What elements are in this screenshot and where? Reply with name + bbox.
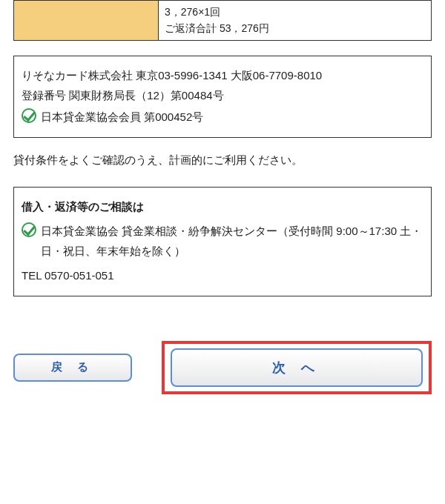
back-button[interactable]: 戻 る <box>13 354 132 382</box>
loan-notice: 貸付条件をよくご確認のうえ、計画的にご利用ください。 <box>13 151 432 169</box>
next-button[interactable]: 次 へ <box>171 348 423 387</box>
consult-body-line: 日本貸金業協会 貸金業相談・紛争解決センター（受付時間 9:00～17:30 土… <box>22 221 423 261</box>
consult-title: 借入・返済等のご相談は <box>22 196 423 216</box>
button-row: 戻 る 次 へ <box>13 341 432 400</box>
company-info-block: りそなカード株式会社 東京03-5996-1341 大阪06-7709-8010… <box>13 56 432 138</box>
association-mark-icon <box>22 108 36 123</box>
company-member-line: 日本貸金業協会会員 第000452号 <box>22 107 423 127</box>
company-member-text: 日本貸金業協会会員 第000452号 <box>41 107 203 127</box>
association-mark-icon <box>22 222 36 237</box>
company-registration: 登録番号 関東財務局長（12）第00484号 <box>22 85 423 105</box>
next-button-highlight: 次 へ <box>162 341 432 394</box>
summary-table: 3，276×1回 ご返済合計 53，276円 <box>13 0 432 41</box>
consult-tel: TEL 0570-051-051 <box>22 265 423 285</box>
summary-line2: ご返済合計 53，276円 <box>165 20 425 36</box>
company-name-phone: りそなカード株式会社 東京03-5996-1341 大阪06-7709-8010 <box>22 65 423 85</box>
summary-line1: 3，276×1回 <box>165 4 425 20</box>
consult-block: 借入・返済等のご相談は 日本貸金業協会 貸金業相談・紛争解決センター（受付時間 … <box>13 187 432 296</box>
summary-value-cell: 3，276×1回 ご返済合計 53，276円 <box>159 1 432 41</box>
consult-body-text: 日本貸金業協会 貸金業相談・紛争解決センター（受付時間 9:00～17:30 土… <box>41 221 423 261</box>
summary-label-cell <box>14 1 159 41</box>
